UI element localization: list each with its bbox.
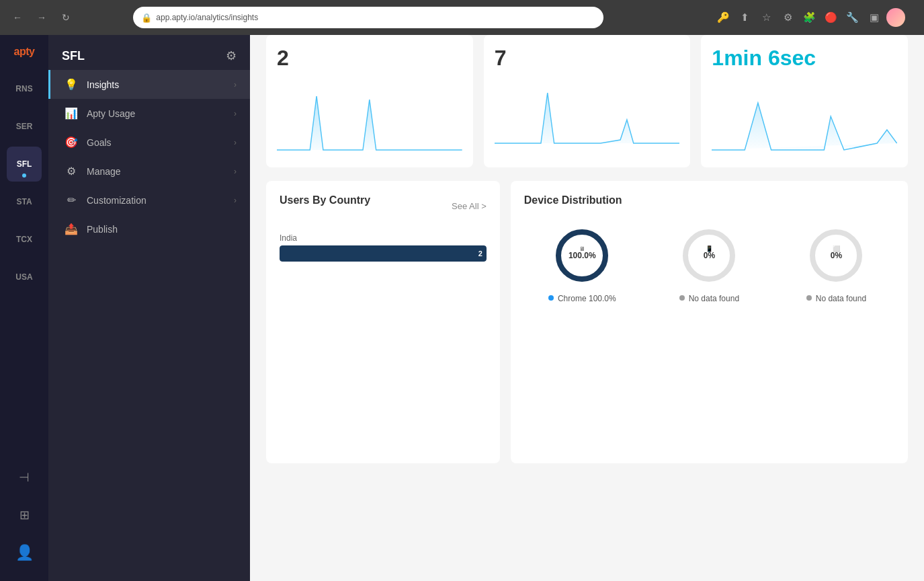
sidebar-item-sfl[interactable]: SFL [7, 147, 42, 182]
mobile-legend-dot [679, 295, 685, 301]
usa-label: USA [15, 272, 32, 282]
settings-gear-icon[interactable]: ⚙ [226, 48, 237, 63]
sparkline-svg-2 [495, 76, 680, 157]
back-button[interactable]: ← [8, 8, 27, 27]
mobile-legend-text: No data found [689, 294, 739, 303]
bar-row-india: India 2 [280, 233, 487, 262]
tablet-legend: No data found [806, 294, 866, 303]
stats-row: 2 [266, 35, 908, 167]
grid-icon: ⊞ [19, 508, 30, 522]
customization-icon: ✏ [64, 194, 79, 206]
profile-name-btn[interactable] [908, 8, 916, 27]
address-text: app.apty.io/analytics/insights [156, 13, 595, 22]
extension2-icon-btn[interactable]: 🔴 [822, 8, 841, 27]
sparkline-svg-3 [712, 76, 897, 157]
insights-icon: 💡 [64, 78, 79, 91]
customization-label: Customization [87, 195, 146, 206]
donut-desktop: 🖥 100.0% [552, 225, 612, 286]
donut-label-tablet: 0% [831, 251, 842, 260]
bar-fill-india: 2 [280, 245, 487, 262]
stat-chart-2 [495, 76, 680, 157]
sidebar-item-usa[interactable]: USA [7, 260, 42, 295]
device-item-mobile: 📱 0% No data found [651, 225, 767, 303]
app-container: apty RNS SER SFL STA TCX USA ⊣ ⊞ 👤 [0, 35, 924, 581]
bookmark-icon-btn[interactable]: ☆ [757, 8, 776, 27]
publish-label: Publish [87, 224, 118, 235]
device-distribution-card: Device Distribution 🖥 [511, 181, 908, 463]
collapse-sidebar-btn[interactable]: ⊣ [7, 460, 42, 495]
browser-toolbar: ← → ↻ 🔒 app.apty.io/analytics/insights 🔑… [0, 0, 924, 35]
grid-view-btn[interactable]: ⊞ [7, 498, 42, 533]
stat-card-2: 7 [484, 35, 691, 167]
manage-label: Manage [87, 166, 121, 177]
browser-action-buttons: 🔑 ⬆ ☆ ⚙ 🧩 🔴 🔧 ▣ [714, 8, 916, 27]
goals-icon: 🎯 [64, 136, 79, 149]
goals-arrow: › [234, 138, 237, 147]
nav-publish[interactable]: 📤 Publish [48, 215, 250, 243]
mobile-legend: No data found [679, 294, 739, 303]
apty-usage-arrow: › [234, 109, 237, 118]
insights-label: Insights [87, 79, 119, 90]
user-avatar[interactable] [886, 8, 905, 27]
apty-logo[interactable]: apty [14, 46, 35, 58]
apty-usage-icon: 📊 [64, 107, 79, 120]
sidebar-item-sta[interactable]: STA [7, 184, 42, 219]
goals-label: Goals [87, 137, 112, 148]
desktop-percent: 100.0% [569, 251, 596, 260]
stat-card-3: 1min 6sec [701, 35, 908, 167]
tcx-label: TCX [16, 235, 32, 244]
sidebar-header: SFL ⚙ [48, 35, 250, 70]
bottom-row: Users By Country See All > India 2 [266, 181, 908, 463]
ser-label: SER [16, 122, 33, 131]
tablet-legend-dot [806, 295, 812, 301]
sidebar-item-tcx[interactable]: TCX [7, 222, 42, 257]
collapse-icon: ⊣ [19, 470, 30, 485]
user-icon: 👤 [15, 544, 34, 561]
share-icon-btn[interactable]: ⬆ [736, 8, 755, 27]
lock-icon: 🔒 [141, 13, 152, 23]
address-bar[interactable]: 🔒 app.apty.io/analytics/insights [133, 7, 603, 28]
desktop-legend-text: Chrome 100.0% [558, 294, 616, 303]
donut-tablet: ⬜ 0% [806, 225, 866, 286]
sta-label: STA [16, 197, 32, 206]
rns-label: RNS [15, 84, 32, 93]
main-content: 2 [250, 35, 924, 581]
nav-manage[interactable]: ⚙ Manage › [48, 157, 250, 186]
nav-goals[interactable]: 🎯 Goals › [48, 128, 250, 157]
desktop-legend-dot [548, 295, 554, 301]
device-grid: 🖥 100.0% Chrome 100.0% [524, 220, 894, 303]
sfl-label: SFL [17, 159, 32, 169]
sidebar-item-ser[interactable]: SER [7, 109, 42, 144]
stat-chart-3 [712, 76, 897, 157]
nav-insights[interactable]: 💡 Insights › [48, 70, 250, 99]
device-item-tablet: ⬜ 0% No data found [778, 225, 894, 303]
bar-track-india: 2 [280, 245, 487, 262]
stat-value-1: 2 [277, 46, 462, 71]
stat-chart-1 [277, 76, 462, 157]
icon-sidebar: apty RNS SER SFL STA TCX USA ⊣ ⊞ 👤 [0, 35, 48, 581]
reload-button[interactable]: ↻ [56, 8, 75, 27]
stat-card-1: 2 [266, 35, 473, 167]
settings-icon-btn[interactable]: ⚙ [779, 8, 798, 27]
donut-mobile: 📱 0% [679, 225, 739, 286]
puzzle-icon-btn[interactable]: 🔧 [843, 8, 862, 27]
nav-apty-usage[interactable]: 📊 Apty Usage › [48, 99, 250, 128]
content-inner: 2 [250, 35, 924, 479]
customization-arrow: › [234, 196, 237, 205]
see-all-link[interactable]: See All > [452, 201, 487, 211]
main-nav: 💡 Insights › 📊 Apty Usage › 🎯 Goals › ⚙ … [48, 70, 250, 243]
forward-button[interactable]: → [32, 8, 51, 27]
tablet-percent: 0% [831, 251, 842, 260]
logo-text: apty [14, 46, 35, 57]
split-icon-btn[interactable]: ▣ [865, 8, 884, 27]
user-profile-btn[interactable]: 👤 [7, 535, 42, 570]
users-by-country-title: Users By Country [280, 194, 370, 206]
manage-arrow: › [234, 167, 237, 176]
extensions-icon-btn[interactable]: 🧩 [800, 8, 819, 27]
donut-label-desktop: 100.0% [569, 251, 596, 260]
key-icon-btn[interactable]: 🔑 [714, 8, 733, 27]
sidebar-item-rns[interactable]: RNS [7, 71, 42, 106]
nav-customization[interactable]: ✏ Customization › [48, 186, 250, 215]
desktop-legend: Chrome 100.0% [548, 294, 616, 303]
bar-label-india: India [280, 233, 487, 243]
